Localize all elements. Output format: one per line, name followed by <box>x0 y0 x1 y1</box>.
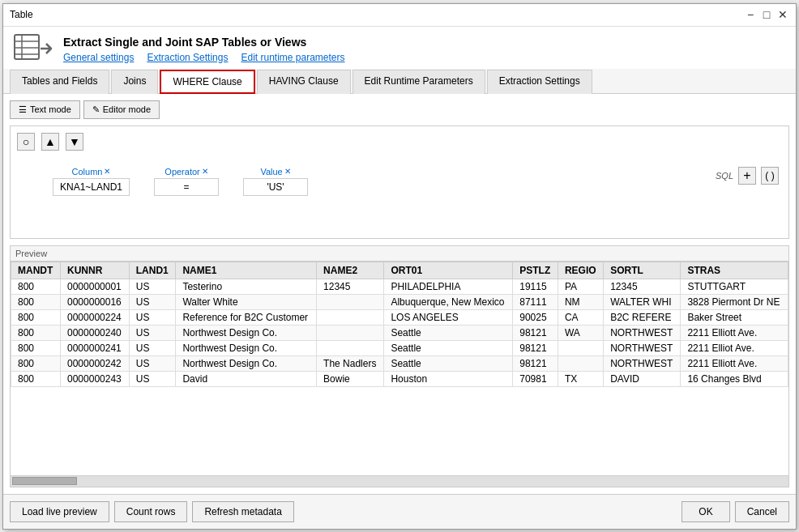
operator-group: Operator ✕ = <box>154 167 219 196</box>
table-cell: WALTER WHI <box>604 294 681 309</box>
table-cell: CA <box>558 309 603 325</box>
table-cell: Seattle <box>384 355 513 371</box>
column-close-icon[interactable]: ✕ <box>104 167 110 176</box>
table-cell <box>317 325 384 340</box>
table-cell: 16 Changes Blvd <box>681 371 788 386</box>
table-cell: US <box>129 371 176 386</box>
table-cell: 3828 Piermont Dr NE <box>681 294 788 309</box>
add-condition-button[interactable]: + <box>738 167 756 185</box>
scrollbar-thumb[interactable] <box>12 477 77 485</box>
table-cell: Bowie <box>317 371 384 386</box>
table-cell: 2211 Elliott Ave. <box>681 325 788 340</box>
delete-row-button[interactable]: ○ <box>17 133 35 151</box>
editor-mode-label: Editor mode <box>103 104 151 114</box>
mode-buttons: ☰ Text mode ✎ Editor mode <box>10 100 789 119</box>
move-up-button[interactable]: ▲ <box>41 133 59 151</box>
table-cell: 90025 <box>513 309 558 325</box>
minimize-button[interactable]: − <box>744 8 757 21</box>
tab-tables-fields[interactable]: Tables and Fields <box>10 70 109 94</box>
tab-joins[interactable]: Joins <box>111 70 158 94</box>
where-clause-editor: ○ ▲ ▼ Column ✕ KNA1~LAND1 Operator <box>10 126 789 239</box>
text-mode-button[interactable]: ☰ Text mode <box>10 100 80 119</box>
col-regio: REGIO <box>558 262 603 279</box>
table-cell: DAVID <box>604 371 681 386</box>
tab-having-clause[interactable]: HAVING Clause <box>257 70 351 94</box>
move-down-button[interactable]: ▼ <box>66 133 83 151</box>
table-cell: 87111 <box>513 294 558 309</box>
table-cell: 0000000001 <box>61 279 130 294</box>
table-cell: Reference for B2C Customer <box>176 309 317 325</box>
horizontal-scrollbar[interactable] <box>11 475 788 487</box>
table-cell: Seattle <box>384 340 513 355</box>
edit-runtime-params-link[interactable]: Edit runtime parameters <box>241 52 344 63</box>
cancel-button[interactable]: Cancel <box>735 501 789 522</box>
footer: Load live preview Count rows Refresh met… <box>3 494 796 529</box>
table-cell: 800 <box>11 371 61 386</box>
table-cell: STUTTGART <box>681 279 788 294</box>
value-tag: Value ✕ <box>260 167 290 177</box>
close-button[interactable]: ✕ <box>776 8 789 21</box>
table-cell: The Nadlers <box>317 355 384 371</box>
table-cell: US <box>129 340 176 355</box>
col-mandt: MANDT <box>11 262 61 279</box>
table-cell: 800 <box>11 294 61 309</box>
table-cell: Northwest Design Co. <box>176 340 317 355</box>
column-value[interactable]: KNA1~LAND1 <box>53 178 130 196</box>
col-sortl: SORTL <box>604 262 681 279</box>
tab-where-clause[interactable]: WHERE Clause <box>160 70 254 94</box>
window-title: Table <box>10 9 33 20</box>
table-cell: 12345 <box>317 279 384 294</box>
table-cell: 0000000016 <box>61 294 130 309</box>
table-cell: 0000000240 <box>61 325 130 340</box>
col-ort01: ORT01 <box>384 262 513 279</box>
tab-edit-runtime-params[interactable]: Edit Runtime Parameters <box>352 70 485 94</box>
table-cell: 0000000242 <box>61 355 130 371</box>
table-cell: 12345 <box>604 279 681 294</box>
general-settings-link[interactable]: General settings <box>63 52 134 63</box>
table-cell: US <box>129 355 176 371</box>
footer-left-buttons: Load live preview Count rows Refresh met… <box>10 501 294 522</box>
table-cell: David <box>176 371 317 386</box>
col-kunnr: KUNNR <box>61 262 130 279</box>
extraction-settings-link[interactable]: Extraction Settings <box>147 52 228 63</box>
table-row: 8000000000016USWalter WhiteAlbuquerque, … <box>11 294 788 309</box>
table-header-row: MANDT KUNNR LAND1 NAME1 NAME2 ORT01 PSTL… <box>11 262 788 279</box>
col-pstlz: PSTLZ <box>513 262 558 279</box>
refresh-metadata-button[interactable]: Refresh metadata <box>192 501 293 522</box>
count-rows-button[interactable]: Count rows <box>114 501 188 522</box>
table-cell: NORTHWEST <box>604 325 681 340</box>
table-cell: TX <box>558 371 603 386</box>
table-cell: Albuquerque, New Mexico <box>384 294 513 309</box>
col-stras: STRAS <box>681 262 788 279</box>
table-cell: Houston <box>384 371 513 386</box>
group-condition-button[interactable]: ( ) <box>761 167 779 185</box>
where-right-controls: SQL + ( ) <box>716 167 779 185</box>
table-cell: 98121 <box>513 340 558 355</box>
table-cell <box>558 340 603 355</box>
table-row: 8000000000242USNorthwest Design Co.The N… <box>11 355 788 371</box>
table-cell <box>317 294 384 309</box>
header-links: General settings Extraction Settings Edi… <box>63 52 345 63</box>
sql-label: SQL <box>716 171 733 181</box>
table-cell: US <box>129 325 176 340</box>
maximize-button[interactable]: □ <box>760 8 773 21</box>
tab-extraction-settings[interactable]: Extraction Settings <box>487 70 592 94</box>
table-cell: WA <box>558 325 603 340</box>
table-cell: LOS ANGELES <box>384 309 513 325</box>
table-cell: B2C REFERE <box>604 309 681 325</box>
operator-label: Operator <box>164 167 199 177</box>
preview-table: MANDT KUNNR LAND1 NAME1 NAME2 ORT01 PSTL… <box>11 262 788 387</box>
column-label: Column <box>72 167 103 177</box>
editor-mode-button[interactable]: ✎ Editor mode <box>83 100 160 119</box>
value-close-icon[interactable]: ✕ <box>284 167 291 176</box>
table-row: 8000000000243USDavidBowieHouston70981TXD… <box>11 371 788 386</box>
operator-value[interactable]: = <box>154 178 219 196</box>
table-cell: 0000000243 <box>61 371 130 386</box>
load-live-preview-button[interactable]: Load live preview <box>10 501 109 522</box>
value-value[interactable]: 'US' <box>243 178 308 196</box>
table-cell: Baker Street <box>681 309 788 325</box>
app-icon <box>13 33 53 66</box>
preview-table-container[interactable]: MANDT KUNNR LAND1 NAME1 NAME2 ORT01 PSTL… <box>11 262 788 475</box>
operator-close-icon[interactable]: ✕ <box>202 167 208 176</box>
ok-button[interactable]: OK <box>682 501 729 522</box>
